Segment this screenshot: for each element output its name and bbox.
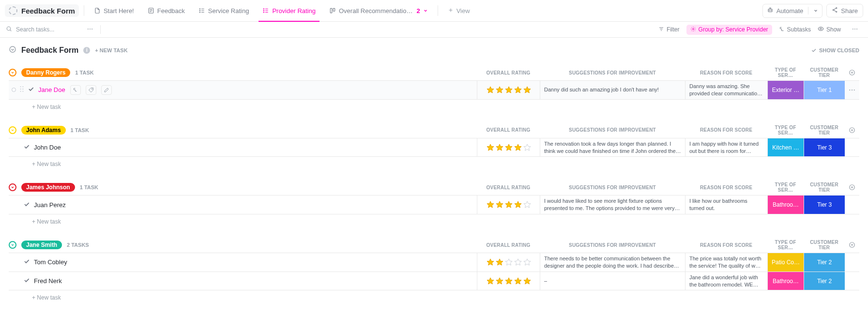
col-header-suggestions[interactable]: SUGGESTIONS FOR IMPROVEMENT [540,185,685,190]
create-subtask-button[interactable] [70,85,81,95]
tab-start-here[interactable]: Start Here! [87,0,141,21]
col-header-rating[interactable]: OVERALL RATING [477,185,540,190]
col-header-tier[interactable]: CUSTOMER TIER [804,182,845,193]
cell-rating[interactable] [477,81,540,99]
group-chip[interactable]: Jane Smith [21,241,62,249]
cell-service-type[interactable]: Exterior … [767,81,804,99]
tab-overall-recommendation[interactable]: Overall Recommendatio… 2 [322,0,435,21]
collapse-all-icon[interactable] [9,45,16,55]
cell-suggestions[interactable]: I would have liked to see more light fix… [540,196,685,214]
task-row[interactable]: Fred Nerk – Jane did a wonderful job wit… [9,272,859,291]
cell-customer-tier[interactable]: Tier 3 [804,138,845,157]
task-row[interactable]: Jane Doe Danny did such an amazing job I… [9,80,859,100]
cell-reason[interactable]: Jane did a wonderful job with the bathro… [685,272,767,290]
add-view-button[interactable]: View [441,7,477,15]
share-button[interactable]: Share [826,4,863,17]
subtasks-button[interactable]: Subtasks [779,26,811,33]
new-task-row[interactable]: + New task [9,214,859,227]
col-header-type[interactable]: TYPE OF SER… [767,125,804,136]
group-chip[interactable]: Danny Rogers [21,68,70,77]
add-column-button[interactable] [845,69,859,76]
add-tag-button[interactable] [86,85,96,95]
complete-check-icon[interactable] [23,258,30,266]
cell-reason[interactable]: I like how our bathrooms turned out. [685,196,767,214]
col-header-rating[interactable]: OVERALL RATING [477,127,540,133]
task-row[interactable]: Juan Perez I would have liked to see mor… [9,195,859,214]
new-task-row[interactable]: + New task [9,100,859,112]
col-header-reason[interactable]: REASON FOR SCORE [685,127,767,133]
info-icon[interactable]: i [83,47,90,54]
cell-service-type[interactable]: Patio Co… [767,253,804,272]
cell-customer-tier[interactable]: Tier 2 [804,272,845,290]
col-header-type[interactable]: TYPE OF SER… [767,67,804,78]
automate-button[interactable]: Automate [762,4,823,18]
add-column-button[interactable] [845,127,859,134]
group-chip[interactable]: James Johnson [21,183,75,192]
groupby-button[interactable]: Group by: Service Provider [686,25,772,35]
cell-customer-tier[interactable]: Tier 1 [804,81,845,99]
group-collapse-icon[interactable] [9,69,16,76]
cell-suggestions[interactable]: Danny did such an amazing job I don't ha… [540,81,685,99]
search-input[interactable] [15,26,83,33]
drag-handle-icon[interactable] [20,86,24,94]
cell-rating[interactable] [477,253,540,272]
col-header-rating[interactable]: OVERALL RATING [477,242,540,248]
rename-button[interactable] [101,85,112,95]
new-task-button[interactable]: + NEW TASK [95,47,127,53]
new-task-row[interactable]: + New task [9,157,859,169]
cell-rating[interactable] [477,196,540,214]
cell-suggestions[interactable]: There needs to be better communication b… [540,253,685,272]
col-header-suggestions[interactable]: SUGGESTIONS FOR IMPROVEMENT [540,70,685,75]
task-name[interactable]: Fred Nerk [34,277,62,285]
complete-check-icon[interactable] [23,201,30,209]
task-row[interactable]: John Doe The renovation took a few days … [9,138,859,157]
col-header-tier[interactable]: CUSTOMER TIER [804,125,845,136]
task-row[interactable]: Tom Cobley There needs to be better comm… [9,253,859,272]
cell-suggestions[interactable]: – [540,272,685,290]
col-header-suggestions[interactable]: SUGGESTIONS FOR IMPROVEMENT [540,127,685,133]
cell-service-type[interactable]: Bathroo… [767,272,804,290]
col-header-tier[interactable]: CUSTOMER TIER [804,240,845,250]
col-header-reason[interactable]: REASON FOR SCORE [685,185,767,190]
group-collapse-icon[interactable] [9,126,16,134]
group-collapse-icon[interactable] [9,183,16,191]
cell-suggestions[interactable]: The renovation took a few days longer th… [540,138,685,157]
cell-reason[interactable]: The price was totally not worth the serv… [685,253,767,272]
show-closed-button[interactable]: SHOW CLOSED [811,47,859,53]
col-header-type[interactable]: TYPE OF SER… [767,182,804,193]
task-name[interactable]: Jane Doe [38,86,65,93]
col-header-suggestions[interactable]: SUGGESTIONS FOR IMPROVEMENT [540,242,685,248]
cell-reason[interactable]: Danny was amazing. She provided clear co… [685,81,767,99]
cell-customer-tier[interactable]: Tier 2 [804,253,845,272]
complete-check-icon[interactable] [23,277,30,285]
search-more-button[interactable] [83,26,97,34]
task-name[interactable]: Juan Perez [34,201,66,209]
cell-reason[interactable]: I am happy with how it turned out but th… [685,138,767,157]
task-name[interactable]: Tom Cobley [34,258,67,266]
add-column-button[interactable] [845,184,859,191]
cell-rating[interactable] [477,138,540,157]
col-header-rating[interactable]: OVERALL RATING [477,70,540,75]
complete-check-icon[interactable] [23,143,30,151]
tab-service-rating[interactable]: Service Rating [192,0,256,21]
col-header-type[interactable]: TYPE OF SER… [767,240,804,250]
task-name[interactable]: John Doe [34,144,61,151]
toolbar-more-button[interactable] [848,26,862,34]
cell-service-type[interactable]: Bathroo… [767,196,804,214]
col-header-reason[interactable]: REASON FOR SCORE [685,242,767,248]
add-column-button[interactable] [845,241,859,248]
col-header-reason[interactable]: REASON FOR SCORE [685,70,767,75]
cell-rating[interactable] [477,272,540,290]
filter-button[interactable]: Filter [658,26,680,33]
col-header-tier[interactable]: CUSTOMER TIER [804,67,845,78]
tab-feedback[interactable]: Feedback [141,0,192,21]
show-button[interactable]: Show [818,26,841,33]
complete-check-icon[interactable] [28,86,34,94]
cell-service-type[interactable]: Kitchen … [767,138,804,157]
row-more-button[interactable] [845,81,859,99]
list-badge[interactable]: Feedback Form [5,4,79,17]
search-box[interactable] [6,26,83,33]
status-circle-icon[interactable] [12,88,16,92]
group-collapse-icon[interactable] [9,241,16,249]
tab-provider-rating[interactable]: Provider Rating [256,0,322,21]
